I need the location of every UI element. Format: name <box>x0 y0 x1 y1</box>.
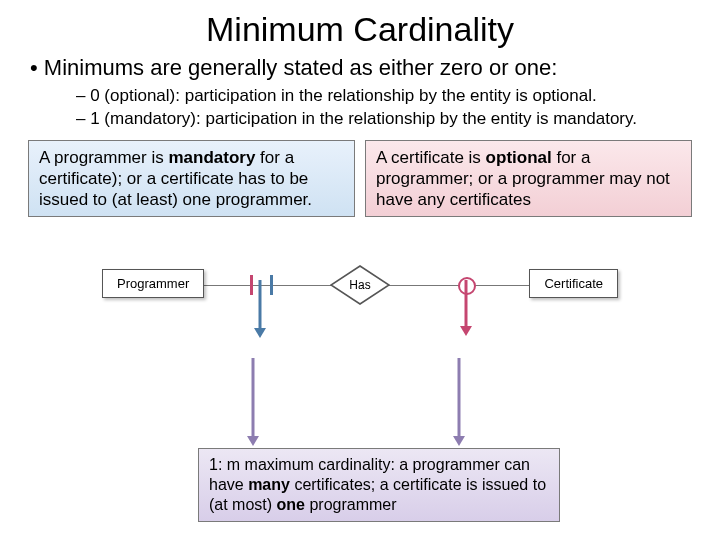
entity-programmer: Programmer <box>102 269 204 298</box>
arrow-icon <box>449 358 469 448</box>
er-diagram: Programmer Certificate Has <box>80 245 640 335</box>
svg-marker-6 <box>247 436 259 446</box>
text: A programmer is <box>39 148 168 167</box>
cardinality-circle-icon <box>458 277 476 295</box>
callout-row: A programmer is mandatory for a certific… <box>28 140 692 218</box>
bullet-level-2: 1 (mandatory): participation in the rela… <box>76 108 720 129</box>
bullet-level-2: 0 (optional): participation in the relat… <box>76 85 720 106</box>
relationship-label: Has <box>330 265 390 305</box>
cardinality-bar-icon <box>270 275 273 295</box>
bold-text: mandatory <box>168 148 255 167</box>
text: programmer <box>305 496 397 513</box>
bullet-level-1: Minimums are generally stated as either … <box>30 55 720 81</box>
callout-max-cardinality: 1: m maximum cardinality: a programmer c… <box>198 448 560 522</box>
text: A certificate is <box>376 148 486 167</box>
entity-certificate: Certificate <box>529 269 618 298</box>
cardinality-bar-icon <box>250 275 253 295</box>
relationship-diamond: Has <box>330 265 390 305</box>
bold-text: one <box>277 496 305 513</box>
callout-mandatory: A programmer is mandatory for a certific… <box>28 140 355 218</box>
arrow-icon <box>243 358 263 448</box>
callout-optional: A certificate is optional for a programm… <box>365 140 692 218</box>
bold-text: many <box>248 476 290 493</box>
bold-text: optional <box>486 148 552 167</box>
svg-marker-8 <box>453 436 465 446</box>
slide-title: Minimum Cardinality <box>0 10 720 49</box>
